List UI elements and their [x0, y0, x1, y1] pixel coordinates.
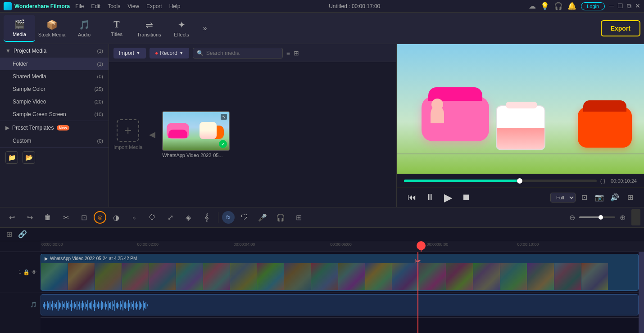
- sidebar-item-sample-green-screen[interactable]: Sample Green Screen (10): [0, 108, 109, 121]
- progress-bar[interactable]: [404, 180, 597, 182]
- tool-stock-media[interactable]: 📦 Stock Media: [36, 15, 68, 42]
- wave-bar: [64, 302, 65, 308]
- link-icon[interactable]: 🔗: [17, 229, 28, 240]
- video-clip[interactable]: ▶ WhatsApp Video 2022-05-24 at 4.25.42 P…: [41, 254, 639, 291]
- login-button[interactable]: Login: [581, 2, 605, 10]
- wave-bar: [52, 301, 53, 310]
- stop-button[interactable]: ⏹: [458, 189, 474, 206]
- wave-bar: [67, 303, 68, 308]
- ai-audio-button[interactable]: 🎧: [272, 209, 289, 225]
- search-icon: 🔍: [197, 50, 204, 56]
- menu-file[interactable]: File: [75, 3, 84, 9]
- top-bar: Wondershare Filmora File Edit Tools View…: [0, 0, 644, 13]
- tool-media[interactable]: 🎬 Media: [4, 15, 35, 42]
- step-back-button[interactable]: ⏮: [404, 189, 420, 206]
- fx-button[interactable]: fx: [222, 211, 235, 224]
- menu-view[interactable]: View: [127, 3, 139, 9]
- tool-audio[interactable]: 🎵 Audio: [68, 15, 100, 42]
- export-button[interactable]: Export: [601, 20, 640, 36]
- lock-icon[interactable]: 🔒: [23, 269, 30, 275]
- fullscreen-timeline-button[interactable]: ⤢: [162, 209, 178, 225]
- color-match-button[interactable]: ◑: [108, 209, 124, 225]
- play-icon: ▶: [45, 256, 48, 261]
- marker-button[interactable]: ⬦: [126, 209, 142, 225]
- tool-effects[interactable]: ✦ Effects: [166, 15, 197, 42]
- menu-tools[interactable]: Tools: [108, 3, 120, 9]
- eye-icon[interactable]: 👁: [32, 269, 37, 275]
- grid-icon[interactable]: ⊞: [294, 50, 299, 57]
- zoom-slider[interactable]: [579, 216, 615, 218]
- fullscreen-button[interactable]: ⊡: [577, 191, 591, 204]
- timeline-track-area: 1 🔒 👁 🎵 ✂ ▶ WhatsApp Video 2022-05-24 at: [0, 252, 644, 333]
- right-bracket-icon: }: [603, 178, 605, 184]
- menu-export[interactable]: Export: [146, 3, 162, 9]
- play-button[interactable]: ▶: [440, 189, 456, 206]
- volume-button[interactable]: 🔊: [608, 191, 621, 204]
- minimize-button[interactable]: ─: [609, 2, 614, 10]
- cut-button[interactable]: ✂: [58, 209, 74, 225]
- media-icon: 🎬: [14, 19, 25, 30]
- preset-templates-header[interactable]: ▶ Preset Templates New: [0, 121, 109, 135]
- empty-track: [41, 317, 639, 333]
- record-button[interactable]: ● Record ▼: [150, 48, 189, 58]
- sidebar-item-sample-video[interactable]: Sample Video (20): [0, 95, 109, 108]
- cloud-icon[interactable]: ☁: [529, 2, 536, 10]
- open-folder-icon[interactable]: 📂: [23, 151, 35, 164]
- black-panel-button[interactable]: [631, 209, 640, 225]
- app-name: Wondershare Filmora: [14, 3, 70, 9]
- screenshot-button[interactable]: 📷: [593, 191, 606, 204]
- audio-clip[interactable]: [41, 294, 639, 315]
- clip-frame: [203, 263, 230, 291]
- restore-button[interactable]: ⧉: [627, 2, 631, 10]
- zoom-slider-fill: [579, 216, 601, 218]
- mic-button[interactable]: 🎤: [254, 209, 271, 225]
- wave-bar: [91, 301, 92, 310]
- sidebar-item-sample-color[interactable]: Sample Color (25): [0, 83, 109, 95]
- timer-button[interactable]: ⏱: [144, 209, 160, 225]
- sidebar-item-shared-media[interactable]: Shared Media (0): [0, 70, 109, 83]
- bell-icon[interactable]: 🔔: [567, 2, 576, 10]
- chevron-down-icon: ▼: [5, 48, 11, 54]
- bulb-icon[interactable]: 💡: [540, 2, 549, 10]
- snap-icon[interactable]: ⊞: [4, 229, 14, 240]
- delete-button[interactable]: 🗑: [40, 209, 56, 225]
- undo-button[interactable]: ↩: [4, 209, 20, 225]
- project-media-header[interactable]: ▼ Project Media (1): [0, 44, 109, 58]
- zoom-out-button[interactable]: ⊖: [567, 212, 577, 223]
- headphone-icon[interactable]: 🎧: [554, 2, 563, 10]
- quality-select[interactable]: Full: [550, 193, 576, 202]
- step-frame-back-button[interactable]: ⏸: [422, 189, 438, 206]
- tool-transitions[interactable]: ⇌ Transitions: [133, 15, 165, 42]
- clip-frame: [95, 263, 122, 291]
- pip-button[interactable]: ⊞: [623, 191, 637, 204]
- wave-bar: [129, 303, 130, 307]
- import-placeholder[interactable]: + Import Media: [113, 119, 142, 150]
- tool-titles[interactable]: T Titles: [101, 15, 132, 42]
- sidebar-item-custom[interactable]: Custom (0): [0, 135, 109, 147]
- close-button[interactable]: ✕: [635, 2, 640, 10]
- ripple-edit-button[interactable]: ◎: [94, 211, 106, 224]
- menu-edit[interactable]: Edit: [91, 3, 100, 9]
- more-tools-button[interactable]: »: [198, 15, 212, 42]
- timeline-ruler: 00:00:00:00 00:00:02:00 00:00:04:00 00:0…: [0, 241, 644, 252]
- new-folder-icon[interactable]: 📁: [5, 151, 18, 164]
- insert-clip-button[interactable]: ⊞: [290, 209, 307, 225]
- wave-bar: [136, 302, 137, 310]
- clip-frame: [554, 263, 581, 291]
- crop-button[interactable]: ⊡: [76, 209, 92, 225]
- menu-help[interactable]: Help: [169, 3, 181, 9]
- redo-button[interactable]: ↪: [22, 209, 38, 225]
- filter-icon[interactable]: ≡: [286, 50, 290, 57]
- search-input[interactable]: [206, 50, 279, 56]
- audio-track[interactable]: [41, 292, 639, 317]
- import-button[interactable]: Import ▼: [113, 48, 146, 58]
- audio-beat-button[interactable]: 𝄞: [198, 209, 214, 225]
- maximize-button[interactable]: ☐: [617, 2, 623, 10]
- zoom-in-button[interactable]: ⊕: [617, 212, 628, 223]
- video-track[interactable]: ▶ WhatsApp Video 2022-05-24 at 4.25.42 P…: [41, 252, 639, 292]
- sidebar-item-folder[interactable]: Folder (1): [0, 58, 109, 70]
- keyframe-button[interactable]: ◈: [180, 209, 196, 225]
- shield-button[interactable]: 🛡: [236, 209, 253, 225]
- wave-bar: [109, 303, 110, 308]
- media-thumb-item[interactable]: ✓ ⤡ WhatsApp Video 2022-05...: [162, 111, 234, 158]
